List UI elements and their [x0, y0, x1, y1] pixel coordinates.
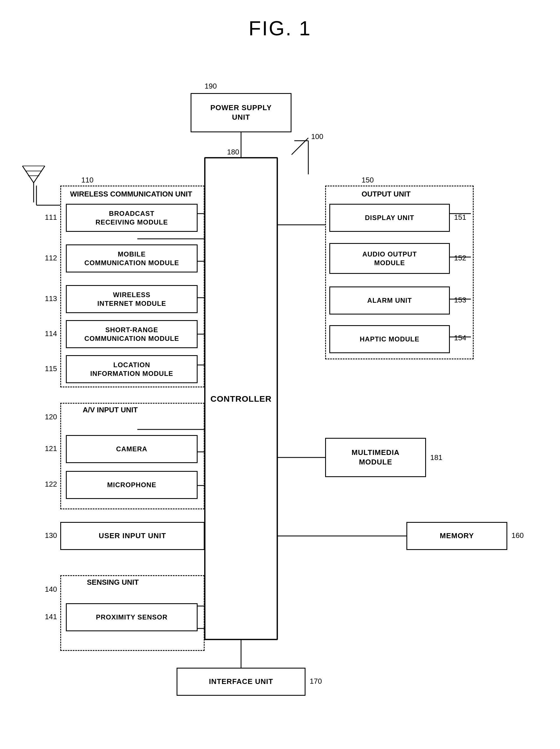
location-ref: 115	[45, 364, 57, 373]
display-box: DISPLAY UNIT	[329, 204, 450, 232]
output-ref: 150	[362, 176, 373, 185]
mobile-comm-box: MOBILE COMMUNICATION MODULE	[66, 244, 198, 273]
alarm-box: ALARM UNIT	[329, 286, 450, 315]
microphone-box: MICROPHONE	[66, 471, 198, 499]
haptic-ref: 154	[454, 334, 466, 342]
short-range-ref: 114	[45, 329, 57, 338]
memory-box: MEMORY	[406, 522, 507, 550]
svg-line-30	[22, 166, 34, 183]
camera-box: CAMERA	[66, 435, 198, 463]
interface-ref: 170	[310, 677, 322, 686]
multimedia-box: MULTIMEDIA MODULE	[325, 438, 426, 477]
display-ref: 151	[454, 213, 466, 222]
power-supply-ref: 190	[204, 82, 217, 90]
page-title: FIG. 1	[0, 0, 560, 51]
controller-box: CONTROLLER	[204, 157, 278, 640]
microphone-ref: 122	[45, 480, 57, 489]
memory-ref: 160	[512, 531, 523, 540]
output-label: OUTPUT UNIT	[362, 190, 411, 198]
audio-output-ref: 152	[454, 254, 466, 262]
controller-ref: 180	[227, 148, 239, 156]
svg-line-35	[292, 138, 308, 155]
camera-ref: 121	[45, 444, 57, 453]
interface-box: INTERFACE UNIT	[177, 668, 305, 696]
short-range-box: SHORT-RANGE COMMUNICATION MODULE	[66, 320, 198, 348]
broadcast-box: BROADCAST RECEIVING MODULE	[66, 204, 198, 232]
wireless-internet-ref: 113	[45, 294, 57, 303]
location-box: LOCATION INFORMATION MODULE	[66, 355, 198, 383]
av-input-label: A/V INPUT UNIT	[83, 406, 137, 414]
wireless-comm-ref: 110	[81, 176, 93, 185]
sensing-ref: 140	[45, 585, 57, 594]
haptic-box: HAPTIC MODULE	[329, 325, 450, 353]
user-input-ref: 130	[45, 531, 57, 540]
svg-line-31	[34, 166, 45, 183]
antenna-icon	[17, 160, 50, 205]
sensing-label: SENSING UNIT	[87, 578, 139, 587]
alarm-ref: 153	[454, 296, 466, 304]
proximity-box: PROXIMITY SENSOR	[66, 603, 198, 631]
user-input-box: USER INPUT UNIT	[60, 522, 204, 550]
multimedia-ref: 181	[430, 453, 442, 462]
wireless-comm-label: WIRELESS COMMUNICATION UNIT	[70, 190, 192, 198]
proximity-ref: 141	[45, 613, 57, 621]
av-input-ref: 120	[45, 413, 57, 421]
mobile-comm-ref: 112	[45, 254, 57, 262]
power-supply-box: POWER SUPPLY UNIT	[191, 93, 292, 132]
broadcast-ref: 111	[45, 213, 57, 222]
audio-output-box: AUDIO OUTPUT MODULE	[329, 243, 450, 274]
wireless-internet-box: WIRELESS INTERNET MODULE	[66, 285, 198, 313]
